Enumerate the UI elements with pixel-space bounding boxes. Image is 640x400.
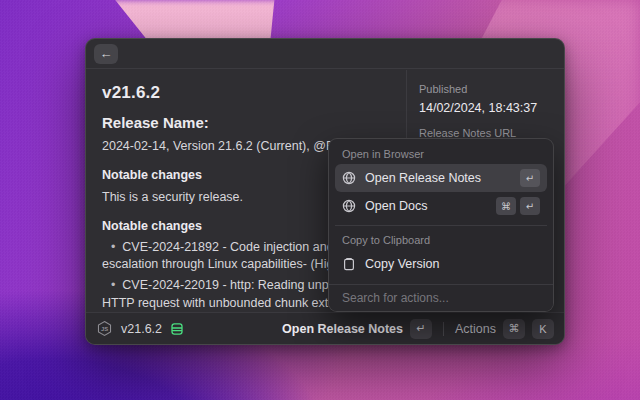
- release-name-heading: Release Name:: [102, 114, 394, 131]
- nodejs-icon: JS: [96, 320, 113, 337]
- popup-item-label: Open Docs: [365, 199, 487, 213]
- globe-icon: [342, 199, 356, 213]
- globe-icon: [342, 171, 356, 185]
- popup-section-copy-to-clipboard: Copy to Clipboard: [335, 231, 547, 250]
- svg-text:JS: JS: [101, 326, 108, 332]
- published-value: 14/02/2024, 18:43:37: [419, 101, 554, 115]
- status-version: v21.6.2: [121, 322, 162, 336]
- k-keycap: K: [532, 319, 554, 339]
- action-bar: JS v21.6.2 Open Release Notes ↵ Actions …: [86, 312, 564, 344]
- cmd-keycap: ⌘: [496, 197, 516, 215]
- popup-divider: [335, 225, 547, 226]
- return-keycap: ↵: [520, 197, 540, 215]
- primary-action-button[interactable]: Open Release Notes: [282, 322, 403, 336]
- popup-item-copy-version[interactable]: Copy Version: [335, 250, 547, 278]
- action-bar-separator: [443, 322, 444, 336]
- published-label: Published: [419, 83, 554, 95]
- release-box-icon: [170, 322, 184, 336]
- clipboard-icon: [342, 257, 356, 271]
- popup-search-bar: [329, 284, 553, 311]
- raycast-window: ← v21.6.2 Release Name: 2024-02-14, Vers…: [85, 38, 565, 345]
- actions-popup: Open in Browser Open Release Notes ↵ Ope…: [328, 138, 554, 312]
- action-bar-right: Open Release Notes ↵ Actions ⌘ K: [282, 319, 554, 339]
- actions-button[interactable]: Actions: [455, 322, 496, 336]
- return-keycap: ↵: [520, 169, 540, 187]
- popup-section-open-in-browser: Open in Browser: [335, 145, 547, 164]
- action-bar-left: JS v21.6.2: [96, 320, 274, 337]
- popup-item-open-docs[interactable]: Open Docs ⌘ ↵: [335, 192, 547, 220]
- return-keycap: ↵: [410, 319, 432, 339]
- popup-item-open-release-notes[interactable]: Open Release Notes ↵: [335, 164, 547, 192]
- popup-item-label: Open Release Notes: [365, 171, 511, 185]
- window-topbar: ←: [86, 39, 564, 69]
- cmd-keycap: ⌘: [503, 319, 525, 339]
- back-button[interactable]: ←: [94, 44, 118, 64]
- popup-item-label: Copy Version: [365, 257, 540, 271]
- actions-search-input[interactable]: [342, 291, 540, 305]
- release-version-title: v21.6.2: [102, 83, 394, 103]
- back-arrow-icon: ←: [100, 47, 113, 60]
